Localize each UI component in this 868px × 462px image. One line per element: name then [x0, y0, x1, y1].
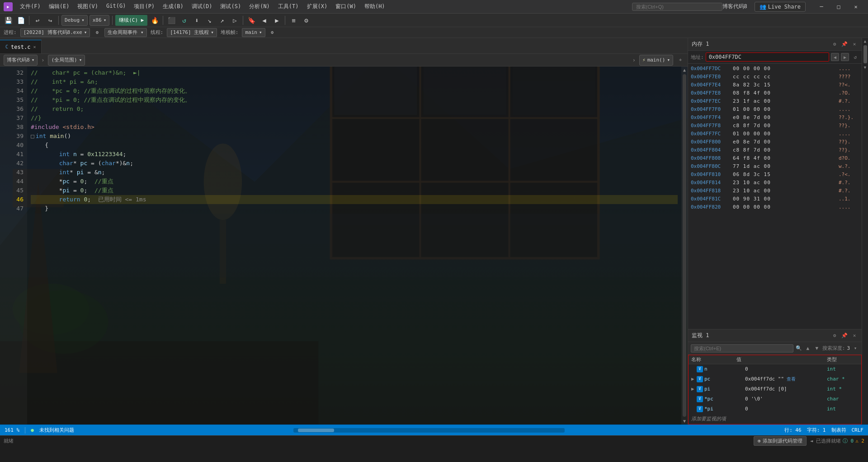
h-scroll-thumb[interactable]	[298, 429, 334, 432]
arch-dropdown[interactable]: x86 ▾	[90, 15, 110, 26]
bookmark-button[interactable]: 🔖	[246, 15, 257, 26]
memory-panel-title: 内存 1	[692, 40, 828, 48]
menu-file[interactable]: 文件(F)	[16, 2, 44, 11]
expand-icon[interactable]: ▶	[691, 375, 697, 383]
watch-row[interactable]: ▶ V pc 0x004ff7dc "" 查看 char *	[689, 374, 861, 384]
watch-search-input[interactable]	[691, 344, 793, 352]
toolbar-redo[interactable]: ↪	[45, 15, 56, 26]
memory-address-input[interactable]	[706, 52, 829, 62]
toolbar-extra2[interactable]: ⚙	[301, 15, 311, 26]
menu-extensions[interactable]: 扩展(X)	[303, 2, 331, 11]
right-panel-scrollbar[interactable]: ▲ ▼	[862, 38, 868, 424]
editor-scrollbar[interactable]: ▲ ▼	[681, 67, 688, 424]
scroll-up-icon[interactable]: ▲	[864, 39, 866, 43]
toolbar-undo[interactable]: ↩	[32, 15, 43, 26]
memory-row: 0x004FF7DC00 00 00 00....	[688, 65, 862, 73]
horizontal-scrollbar[interactable]	[293, 428, 565, 433]
row-info: 行: 46	[784, 427, 802, 433]
toolbar-save[interactable]: 💾	[3, 15, 14, 26]
tab-test-c[interactable]: C test.c ✕	[0, 40, 42, 53]
function-dropdown[interactable]: ⚡ main() ▾	[639, 55, 673, 66]
stop-button[interactable]: ⬛	[166, 15, 177, 26]
code-line-46: ► return 0; 已用时间 <= 1ms	[31, 195, 678, 204]
watch-row[interactable]: V n 0 int	[689, 364, 861, 374]
menu-help[interactable]: 帮助(H)	[361, 2, 389, 11]
search-input[interactable]	[632, 3, 722, 11]
prev-bookmark[interactable]: ◀	[259, 15, 269, 26]
depth-chevron[interactable]: ▾	[852, 345, 859, 352]
watch-row[interactable]: ▶ V pi 0x004ff7dc [0] int *	[689, 384, 861, 394]
menu-edit[interactable]: 编辑(E)	[45, 2, 73, 11]
memory-settings-btn[interactable]: ⚙	[831, 41, 838, 48]
scroll-down-icon[interactable]: ▼	[864, 65, 866, 70]
search-down-btn[interactable]: ▼	[813, 345, 821, 352]
lifecycle-dropdown[interactable]: 生命周期事件 ▾	[104, 28, 146, 37]
line-numbers: 32 33 34 35 36 37 38 39 40 41 42 43 44 4…	[9, 67, 27, 424]
hot-reload-button[interactable]: 🔥	[149, 15, 160, 26]
chevron-down-icon: ▾	[259, 29, 262, 35]
watch-settings-btn[interactable]: ⚙	[831, 332, 838, 339]
menu-project[interactable]: 项目(P)	[130, 2, 158, 11]
scroll-thumb[interactable]	[683, 74, 686, 417]
menu-view[interactable]: 视图(V)	[74, 2, 102, 11]
step-into-button[interactable]: ↘	[204, 15, 215, 26]
scope-label: (全局范围)	[51, 57, 77, 63]
mem-nav-prev[interactable]: ◀	[831, 53, 839, 61]
step-over-button[interactable]: ⬇	[191, 15, 202, 26]
memory-row: 0x004FF7E808 f8 4f 00.?O.	[688, 89, 862, 97]
watch-var-value: 0x004ff7dc [0]	[745, 385, 827, 393]
step-out-button[interactable]: ↗	[217, 15, 227, 26]
live-share-button[interactable]: 👥 Live Share	[755, 2, 806, 12]
memory-row: 0x004FF80C77 1d ac 00w.?.	[688, 162, 862, 171]
next-bookmark[interactable]: ▶	[271, 15, 282, 26]
run-to-cursor-button[interactable]: ▷	[229, 15, 240, 26]
menu-window[interactable]: 窗口(W)	[332, 2, 360, 11]
mem-nav-next[interactable]: ▶	[841, 53, 849, 61]
project-dropdown[interactable]: 博客代码8 ▾	[4, 55, 38, 66]
memory-pin-btn[interactable]: 📌	[841, 41, 848, 48]
scope-dropdown[interactable]: (全局范围) ▾	[48, 55, 85, 66]
code-content[interactable]: // char* pc = (char*)&n; ►| // int* pi =…	[27, 67, 681, 424]
code-line-32: // char* pc = (char*)&n; ►|	[31, 68, 678, 77]
memory-content[interactable]: 0x004FF7DC00 00 00 00....0x004FF7E0cc cc…	[688, 64, 862, 329]
menu-build[interactable]: 生成(B)	[159, 2, 187, 11]
watch-add-item[interactable]: 添加要监视的项	[689, 414, 861, 424]
restart-button[interactable]: ↺	[179, 15, 189, 26]
tab-close-button[interactable]: ✕	[33, 44, 36, 49]
menu-test[interactable]: 测试(S)	[217, 2, 245, 11]
watch-close-btn[interactable]: ✕	[851, 332, 858, 339]
search-up-btn[interactable]: ▲	[804, 345, 811, 352]
watch-col-type-header: 类型	[827, 356, 859, 363]
stack-settings[interactable]: ⚙	[269, 29, 276, 36]
watch-pin-btn[interactable]: 📌	[841, 332, 848, 339]
watch-row[interactable]: V *pi 0 int	[689, 404, 861, 414]
lookup-link[interactable]: 查看	[784, 376, 796, 381]
memory-row: 0x004FF80864 f8 4f 00d?O.	[688, 154, 862, 162]
toolbar-sep-3	[112, 16, 113, 25]
add-to-source-btn[interactable]: ⊕ 添加到源代码管理	[754, 436, 807, 446]
code-editor[interactable]: 32 33 34 35 36 37 38 39 40 41 42 43 44 4…	[0, 67, 688, 424]
menu-debug[interactable]: 调试(D)	[188, 2, 216, 11]
stack-dropdown[interactable]: main ▾	[242, 28, 265, 37]
memory-close-btn[interactable]: ✕	[851, 41, 858, 48]
mem-refresh-btn[interactable]: ↺	[852, 53, 859, 61]
add-watch-btn[interactable]: +	[677, 57, 684, 64]
continue-button[interactable]: 继续(C) ▶	[115, 15, 147, 26]
scroll-up-icon[interactable]: ▲	[683, 67, 686, 72]
debug-config-dropdown[interactable]: Debug ▾	[61, 15, 88, 26]
scroll-down-icon[interactable]: ▼	[683, 419, 686, 424]
watch-row[interactable]: V *pc 0 '\0' char	[689, 394, 861, 404]
menu-analyze[interactable]: 分析(N)	[245, 2, 274, 11]
thread-dropdown[interactable]: [14176] 主线程 ▾	[167, 28, 217, 37]
close-button[interactable]: ✕	[845, 0, 866, 14]
menu-tools[interactable]: 工具(T)	[274, 2, 302, 11]
expand-icon[interactable]: ▶	[691, 385, 697, 393]
memory-row: 0x004FF81823 10 ac 00#.?.	[688, 187, 862, 195]
process-dropdown[interactable]: [20228] 博客代码8.exe ▾	[20, 28, 90, 37]
scroll-thumb[interactable]	[863, 45, 867, 63]
toolbar-new[interactable]: 📄	[15, 15, 26, 26]
search-icon[interactable]: 🔍	[795, 345, 802, 352]
toolbar-extra1[interactable]: ≡	[288, 15, 299, 26]
process-settings[interactable]: ⚙	[94, 29, 101, 36]
menu-git[interactable]: Git(G)	[103, 2, 129, 11]
